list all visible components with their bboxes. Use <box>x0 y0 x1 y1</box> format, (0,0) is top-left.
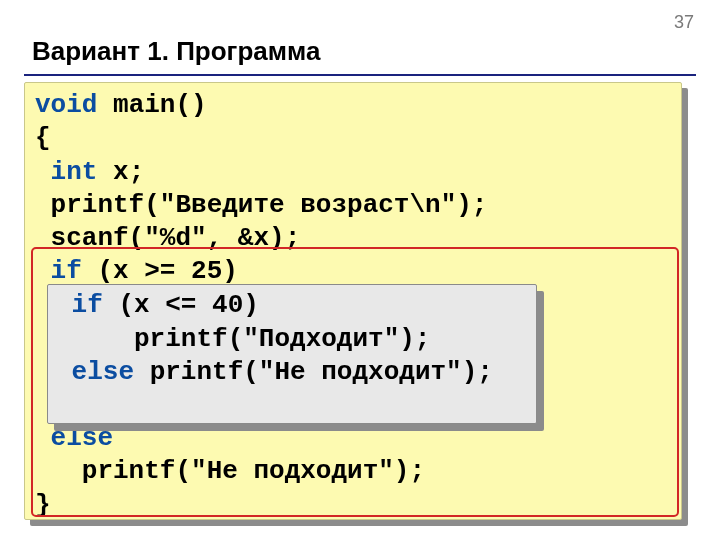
code-text: x; <box>97 157 144 187</box>
page-number: 37 <box>674 12 694 33</box>
code-text <box>35 157 51 187</box>
kw-if: if <box>51 256 82 286</box>
code-text: scanf("%d", &x); <box>35 223 300 253</box>
kw-int: int <box>51 157 98 187</box>
code-text: (x <= 40) <box>103 290 259 320</box>
kw-void: void <box>35 90 97 120</box>
kw-if: if <box>72 290 103 320</box>
code-inner: if (x <= 40) printf("Подходит"); else pr… <box>56 289 528 390</box>
inner-code-box: if (x <= 40) printf("Подходит"); else pr… <box>47 284 537 424</box>
code-text: printf("Не подходит"); <box>134 357 493 387</box>
code-text <box>56 290 72 320</box>
kw-else: else <box>72 357 134 387</box>
slide: 37 Вариант 1. Программа void main() { in… <box>0 0 720 540</box>
code-text: { <box>35 123 51 153</box>
code-text: printf("Введите возраст\n"); <box>35 190 487 220</box>
title-underline <box>24 74 696 76</box>
slide-title: Вариант 1. Программа <box>32 36 320 67</box>
code-text <box>56 357 72 387</box>
code-text: printf("Подходит"); <box>56 324 430 354</box>
code-text: main() <box>97 90 206 120</box>
code-text: (x >= 25) <box>82 256 238 286</box>
code-text: printf("Не подходит"); <box>35 456 425 486</box>
code-text <box>35 423 51 453</box>
code-text <box>35 256 51 286</box>
code-text: } <box>35 490 51 520</box>
